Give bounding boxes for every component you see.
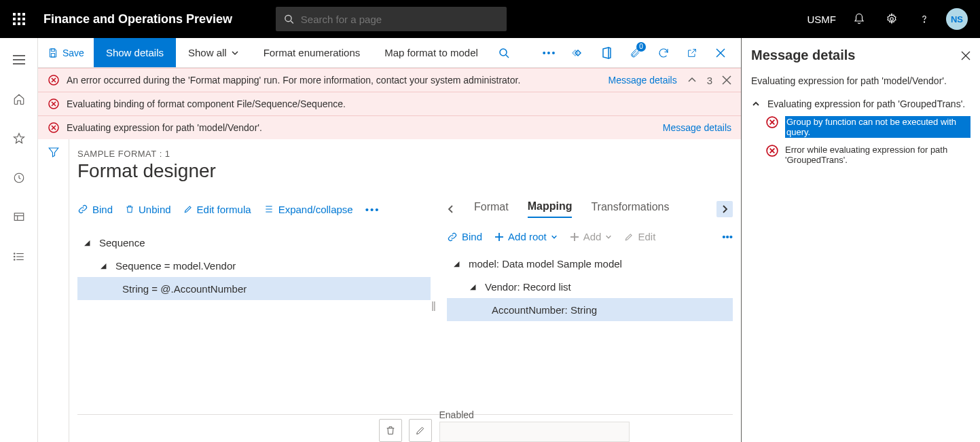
delete-button[interactable] <box>379 419 402 442</box>
format-enum-label: Format enumerations <box>264 47 361 58</box>
breadcrumb: SAMPLE FORMAT : 1 <box>77 149 733 159</box>
bind-button[interactable]: Bind <box>77 204 113 215</box>
star-icon <box>13 132 25 145</box>
message-row: An error occurred during the 'Format map… <box>38 69 741 92</box>
tree-node[interactable]: ◢ Sequence = model.Vendor <box>77 254 431 277</box>
add-root-button[interactable]: Add root <box>494 231 558 242</box>
app-title: Finance and Operations Preview <box>43 12 232 26</box>
tab-transformations[interactable]: Transformations <box>591 201 669 217</box>
global-search[interactable] <box>276 7 507 31</box>
close-button[interactable] <box>707 39 734 67</box>
close-icon[interactable] <box>722 75 731 85</box>
list-tree-icon <box>264 204 274 214</box>
avatar-initials: NS <box>946 8 968 30</box>
more-button[interactable]: ••• <box>536 39 563 67</box>
left-rail <box>0 38 38 442</box>
tab-mapping[interactable]: Mapping <box>528 200 573 218</box>
tree-node-label: Sequence = model.Vendor <box>115 260 236 272</box>
tab-format[interactable]: Format <box>474 201 509 217</box>
search-input[interactable] <box>301 14 498 25</box>
expand-collapse-button[interactable]: Expand/collapse <box>264 204 353 215</box>
vertical-splitter[interactable]: ǁ <box>431 197 436 414</box>
modules-button[interactable] <box>5 243 33 270</box>
caret-down-icon: ◢ <box>470 282 479 291</box>
message-details-link[interactable]: Message details <box>663 122 731 133</box>
add-root-label: Add root <box>508 231 547 242</box>
home-button[interactable] <box>5 86 33 113</box>
svg-point-3 <box>924 22 924 22</box>
left-toolbar: Bind Unbind Edit formula <box>77 197 431 221</box>
tree-node[interactable]: ◢ model: Data model Sample model <box>447 252 733 275</box>
tree-node-label: String = @.AccountNumber <box>122 283 247 295</box>
pencil-icon <box>624 232 634 242</box>
message-text: Evaluating expression for path 'model/Ve… <box>67 122 262 133</box>
enabled-field-group: Enabled <box>439 409 630 442</box>
attachments-button[interactable]: 0 <box>621 39 649 67</box>
panel-group-header[interactable]: Evaluating expression for path 'GroupedT… <box>751 98 970 109</box>
show-all-button[interactable]: Show all <box>176 38 251 67</box>
panel-subtitle: Evaluating expression for path 'model/Ve… <box>751 75 970 86</box>
tab-next-button[interactable] <box>716 201 733 217</box>
chevron-down-icon <box>551 234 558 240</box>
format-enumerations-button[interactable]: Format enumerations <box>251 38 373 67</box>
search-icon <box>284 14 294 24</box>
edit-formula-button[interactable]: Edit formula <box>183 204 251 215</box>
error-icon <box>48 122 60 134</box>
more-button[interactable]: ••• <box>365 204 380 215</box>
message-text: Evaluating binding of format component F… <box>67 98 346 109</box>
panel-error-text: Group by function can not be executed wi… <box>785 116 970 138</box>
chevron-left-icon <box>447 204 455 214</box>
error-icon <box>48 98 60 110</box>
more-button[interactable]: ••• <box>722 231 733 242</box>
user-avatar[interactable]: NS <box>942 0 972 38</box>
map-format-button[interactable]: Map format to model <box>372 38 490 67</box>
panel-group-title: Evaluating expression for path 'GroupedT… <box>767 98 965 109</box>
connector-button[interactable] <box>564 39 592 67</box>
tree-node-selected[interactable]: AccountNumber: String <box>447 298 733 321</box>
help-button[interactable] <box>909 0 939 38</box>
save-label: Save <box>62 48 84 58</box>
tree-node[interactable]: ◢ Vendor: Record list <box>447 275 733 298</box>
link-icon <box>447 232 458 242</box>
recent-button[interactable] <box>5 164 33 191</box>
message-text: An error occurred during the 'Format map… <box>67 75 520 86</box>
tab-prev-button[interactable] <box>447 204 455 214</box>
notifications-button[interactable] <box>844 0 874 38</box>
show-details-button[interactable]: Show details <box>94 38 176 67</box>
settings-button[interactable] <box>877 0 907 38</box>
svg-line-1 <box>291 21 293 24</box>
mapping-pane: Format Mapping Transformations Bind <box>436 197 733 414</box>
find-button[interactable] <box>490 39 518 67</box>
company-picker[interactable]: USMF <box>807 14 837 25</box>
message-details-link[interactable]: Message details <box>608 75 676 86</box>
chevron-up-icon[interactable] <box>687 75 697 86</box>
save-button[interactable]: Save <box>38 38 94 67</box>
refresh-button[interactable] <box>650 39 677 67</box>
message-row: Evaluating expression for path 'model/Ve… <box>38 116 741 139</box>
panel-error-item[interactable]: Error while evaluating expression for pa… <box>751 145 970 165</box>
workspaces-button[interactable] <box>5 204 33 231</box>
tree-node-label: AccountNumber: String <box>492 304 597 316</box>
popout-button[interactable] <box>678 39 706 67</box>
office-button[interactable] <box>593 39 620 67</box>
help-icon <box>918 13 930 25</box>
error-icon <box>766 116 778 128</box>
edit-formula-label: Edit formula <box>197 204 251 215</box>
app-launcher-button[interactable] <box>0 0 38 38</box>
tree-node[interactable]: ◢ Sequence <box>77 231 431 254</box>
hamburger-button[interactable] <box>5 46 33 73</box>
unbind-button[interactable]: Unbind <box>125 204 171 215</box>
panel-group: Evaluating expression for path 'GroupedT… <box>751 98 970 165</box>
tree-node-selected[interactable]: String = @.AccountNumber <box>77 277 431 300</box>
bind-button[interactable]: Bind <box>447 231 482 242</box>
filter-icon[interactable] <box>48 146 60 158</box>
popout-icon <box>687 48 697 58</box>
panel-close-button[interactable] <box>961 51 970 60</box>
caret-down-icon: ◢ <box>454 259 463 268</box>
svg-line-20 <box>506 55 509 58</box>
enabled-input[interactable] <box>439 422 630 442</box>
favorites-button[interactable] <box>5 125 33 152</box>
close-icon <box>961 51 970 60</box>
edit-icon-button[interactable] <box>409 419 432 442</box>
panel-error-item[interactable]: Group by function can not be executed wi… <box>751 116 970 138</box>
